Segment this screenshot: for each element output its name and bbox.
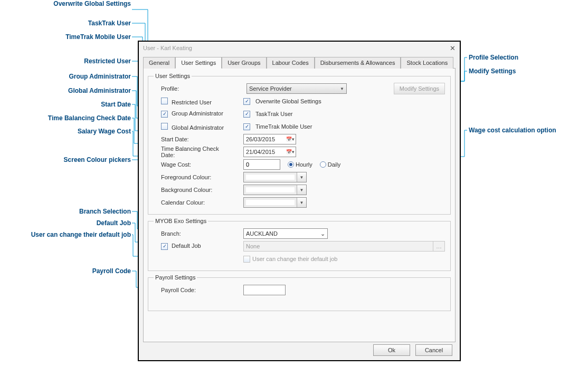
titlebar: User - Karl Keating ✕ (139, 42, 460, 54)
calendar-icon: 📅▾ (286, 137, 295, 142)
payroll-code-input[interactable] (243, 285, 286, 295)
dialog-footer: Ok Cancel (373, 344, 452, 356)
default-job-value: None (246, 243, 260, 249)
exo-settings-group: MYOB Exo Settings Branch: AUCKLAND ⌄ Def… (148, 218, 451, 271)
start-date-value: 26/03/2015 (246, 136, 275, 142)
callout-restricted-user: Restricted User (0, 57, 131, 65)
branch-select[interactable]: AUCKLAND ⌄ (243, 228, 328, 239)
wage-hourly-radio[interactable] (288, 161, 294, 168)
chevron-down-icon: ⌄ (320, 230, 325, 237)
bg-colour-picker[interactable]: ▼ (243, 185, 307, 195)
payroll-code-label: Payroll Code: (154, 287, 227, 293)
wage-cost-input[interactable] (243, 159, 280, 170)
branch-value: AUCKLAND (246, 230, 278, 237)
fg-colour-picker[interactable]: ▼ (243, 172, 307, 182)
exo-legend: MYOB Exo Settings (154, 218, 208, 224)
callout-overwrite-global: Overwrite Global Settings (0, 0, 131, 7)
overwrite-global-label: Overwrite Global Settings (255, 98, 321, 104)
user-can-change-checkbox[interactable] (243, 256, 250, 263)
callout-modify-settings: Modify Settings (469, 67, 516, 75)
fg-colour-label: Foreground Colour: (154, 174, 227, 180)
cancel-button[interactable]: Cancel (415, 344, 452, 356)
group-admin-checkbox[interactable] (161, 111, 168, 118)
callout-profile-selection: Profile Selection (469, 54, 518, 61)
chevron-down-icon: ▼ (300, 200, 304, 205)
callout-screen-colour: Screen Colour pickers (0, 156, 131, 163)
bg-colour-label: Background Colour: (154, 187, 227, 193)
modify-settings-button[interactable]: Modify Settings (394, 83, 445, 94)
wage-daily-radio[interactable] (320, 161, 326, 168)
start-date-input[interactable]: 26/03/2015 📅▾ (243, 134, 296, 144)
tab-user-groups[interactable]: User Groups (222, 57, 266, 69)
callout-start-date: Start Date (0, 101, 131, 108)
wage-daily-label: Daily (328, 161, 340, 168)
chevron-down-icon: ▼ (300, 175, 304, 180)
user-can-change-label: User can change their default job (252, 256, 337, 262)
tabs: General User Settings User Groups Labour… (143, 56, 456, 68)
profile-combo[interactable]: Service Provider ▼ (246, 83, 347, 94)
time-bal-value: 21/04/2015 (246, 149, 275, 155)
tab-stock-locations[interactable]: Stock Locations (401, 57, 453, 69)
payroll-legend: Payroll Settings (154, 274, 197, 281)
chevron-down-icon: ▼ (300, 188, 304, 192)
tab-general[interactable]: General (143, 57, 175, 69)
callout-wage-cost-option: Wage cost calculation option (469, 127, 556, 134)
branch-label: Branch: (154, 230, 227, 237)
callout-salary-wage-cost: Salary Wage Cost (0, 128, 131, 135)
wage-cost-label: Wage Cost: (154, 161, 227, 168)
callout-group-admin: Group Administrator (0, 73, 131, 80)
default-job-checkbox[interactable] (161, 243, 168, 250)
start-date-label: Start Date: (154, 136, 227, 142)
cal-colour-picker[interactable]: ▼ (243, 197, 307, 208)
restricted-user-checkbox[interactable] (161, 98, 168, 104)
window-title: User - Karl Keating (143, 45, 192, 51)
tab-disbursements[interactable]: Disbursements & Allowances (315, 57, 401, 69)
tab-body: User Settings Profile: Service Provider … (143, 68, 456, 342)
profile-value: Service Provider (249, 85, 292, 92)
payroll-settings-group: Payroll Settings Payroll Code: (148, 274, 451, 311)
chevron-down-icon: ▼ (340, 86, 344, 91)
default-job-browse[interactable]: … (433, 241, 445, 252)
callout-global-admin: Global Administrator (0, 87, 131, 94)
cal-colour-label: Calendar Colour: (154, 199, 227, 206)
overwrite-global-checkbox[interactable] (243, 98, 250, 105)
time-bal-input[interactable]: 21/04/2015 📅▾ (243, 147, 296, 157)
user-settings-group: User Settings Profile: Service Provider … (148, 73, 451, 215)
callout-default-job: Default Job (0, 219, 131, 227)
user-settings-legend: User Settings (154, 73, 192, 79)
wage-hourly-label: Hourly (296, 161, 312, 168)
tab-user-settings[interactable]: User Settings (175, 57, 222, 69)
group-admin-label: Group Administrator (172, 110, 223, 117)
callout-branch-selection: Branch Selection (0, 208, 131, 215)
timetrak-mobile-checkbox[interactable] (243, 123, 250, 130)
ok-button[interactable]: Ok (373, 344, 410, 356)
callout-user-can-change: User can change their default job (0, 231, 131, 238)
calendar-icon: 📅▾ (286, 149, 295, 154)
user-dialog: User - Karl Keating ✕ General User Setti… (138, 41, 461, 361)
default-job-label: Default Job (172, 243, 201, 249)
tab-labour-codes[interactable]: Labour Codes (267, 57, 315, 69)
restricted-user-label: Restricted User (172, 99, 212, 105)
callout-time-balancing: Time Balancing Check Date (0, 114, 131, 122)
time-bal-label: Time Balancing Check Date: (154, 146, 227, 158)
callout-tasktrak-user: TaskTrak User (0, 20, 131, 27)
global-admin-checkbox[interactable] (161, 123, 168, 130)
tasktrak-checkbox[interactable] (243, 111, 250, 118)
close-icon[interactable]: ✕ (450, 44, 456, 52)
tasktrak-label: TaskTrak User (255, 111, 293, 117)
timetrak-mobile-label: TimeTrak Mobile User (255, 123, 312, 130)
global-admin-label: Global Administrator (172, 124, 224, 131)
callout-timetrak-mobile: TimeTrak Mobile User (0, 33, 131, 41)
default-job-input[interactable]: None (243, 241, 433, 252)
profile-label: Profile: (154, 85, 227, 92)
callout-payroll-code: Payroll Code (0, 267, 131, 275)
